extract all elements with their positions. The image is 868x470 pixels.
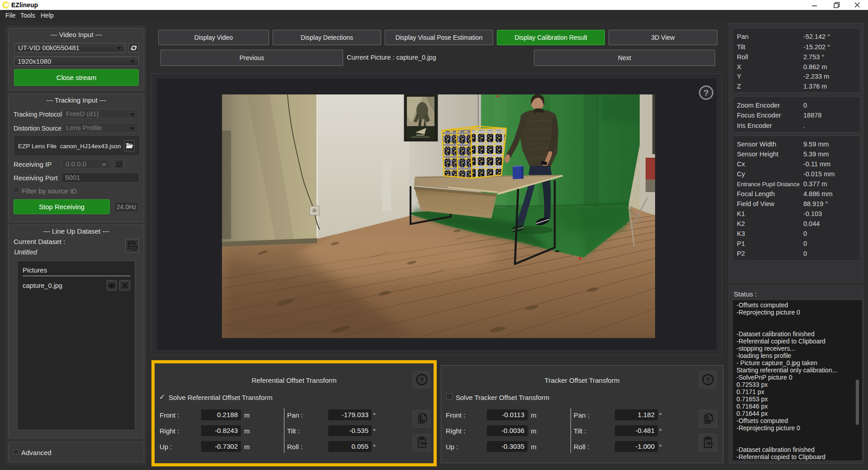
svg-text:?: ? <box>706 376 710 384</box>
svg-text:?: ? <box>420 376 424 384</box>
svg-text:?: ? <box>703 88 709 98</box>
